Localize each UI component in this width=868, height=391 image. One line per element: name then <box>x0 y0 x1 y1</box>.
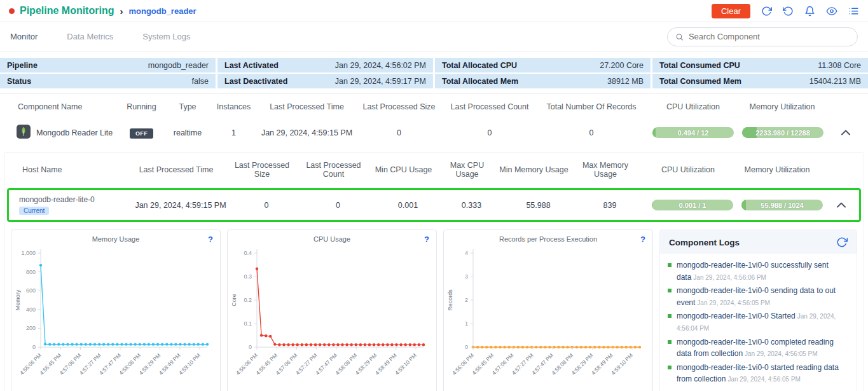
records-chart-card: Records per Process Execution ? 012344:5… <box>443 230 653 391</box>
component-logs-panel: Component Logs mongodb-reader-lite-1vi0-… <box>659 230 857 391</box>
component-logs-title: Component Logs <box>669 238 740 247</box>
min-cpu-cell: 0.001 <box>375 196 441 215</box>
summary-total-allocated-mem: Total Allocated Mem 38912 MB <box>435 74 651 88</box>
cpu-utilization-bar: 0.494 / 12 <box>652 127 734 138</box>
log-text: mongodb-reader-lite-1vi0-0 Started <box>677 312 796 320</box>
log-bullet-icon <box>668 263 672 267</box>
help-icon[interactable]: ? <box>640 235 645 244</box>
max-mem-cell: 839 <box>575 196 645 215</box>
max-cpu-cell: 0.333 <box>441 196 502 215</box>
summary-total-consumed-mem: Total Consumed Mem 15404.213 MB <box>652 74 868 88</box>
host-name-cell: mongodb-reader-lite-0 Current <box>9 190 130 220</box>
search-component-box[interactable] <box>667 27 858 46</box>
bell-icon[interactable] <box>804 6 815 17</box>
svg-text:Core: Core <box>231 294 237 306</box>
pipeline-summary: Pipeline mongodb_reader Last Activated J… <box>0 58 868 88</box>
log-bullet-icon <box>668 366 672 369</box>
host-memory-utilization-bar: 55.988 / 1024 <box>741 200 823 210</box>
svg-text:3: 3 <box>465 273 468 280</box>
log-timestamp: Jan 29, 2024, 4:56:06 PM <box>693 274 766 281</box>
host-last-processed-count-cell: 0 <box>301 196 375 215</box>
svg-text:0.2: 0.2 <box>244 297 252 303</box>
log-item: mongodb-reader-lite-1vi0-0 started readi… <box>668 362 848 385</box>
svg-text:0: 0 <box>32 344 36 350</box>
mongodb-icon <box>17 125 31 141</box>
component-name-cell: Mongodb Reader Lite <box>0 120 118 146</box>
refresh-icon[interactable] <box>761 6 772 17</box>
host-cpu-utilization-cell: 0.001 / 1 <box>645 195 740 216</box>
log-timestamp: Jan 29, 2024, 4:56:05 PM <box>727 376 801 383</box>
svg-text:4:59:10 PM: 4:59:10 PM <box>177 352 202 376</box>
type-cell: realtime <box>165 123 210 142</box>
svg-text:0: 0 <box>249 344 252 350</box>
svg-text:2: 2 <box>465 297 468 303</box>
host-row-selected: mongodb-reader-lite-0 Current Jan 29, 20… <box>7 188 861 222</box>
tab-system-logs[interactable]: System Logs <box>142 32 190 41</box>
svg-text:0: 0 <box>465 344 468 350</box>
summary-total-allocated-cpu: Total Allocated CPU 27.200 Core <box>435 58 651 72</box>
records-per-process-chart: 012344:56:06 PM4:56:45 PM4:57:06 PM4:57:… <box>444 244 652 391</box>
component-table-header: Component Name Running Type Instances La… <box>0 94 868 120</box>
last-processed-count-cell: 0 <box>442 123 537 142</box>
svg-text:800: 800 <box>26 269 36 275</box>
search-input[interactable] <box>689 32 850 41</box>
clear-button[interactable]: Clear <box>712 4 750 18</box>
svg-text:200: 200 <box>26 325 36 331</box>
chart-title: CPU Usage <box>228 235 436 243</box>
host-last-processed-size-cell: 0 <box>231 196 301 215</box>
log-bullet-icon <box>668 289 672 292</box>
tab-bar: Monitor Data Metrics System Logs <box>0 22 868 51</box>
status-dot-icon <box>9 8 15 14</box>
log-item: mongodb-reader-lite-1vi0-0 successfully … <box>668 259 848 283</box>
svg-text:1: 1 <box>465 320 468 327</box>
svg-text:0.1: 0.1 <box>244 320 252 327</box>
breadcrumb-chevron-icon: › <box>120 6 123 17</box>
chart-title: Memory Usage <box>11 235 220 243</box>
summary-total-consumed-cpu: Total Consumed CPU 11.308 Core <box>652 58 868 72</box>
memory-usage-chart: 02004006008001,0004:56:06 PM4:56:45 PM4:… <box>11 244 220 391</box>
log-item: mongodb-reader-lite-1vi0-0 completed rea… <box>668 336 848 360</box>
logs-refresh-icon[interactable] <box>836 237 848 248</box>
component-name: Mongodb Reader Lite <box>36 128 113 137</box>
host-memory-utilization-cell: 55.988 / 1024 <box>740 195 823 216</box>
component-logs-header: Component Logs <box>660 230 857 254</box>
summary-status: Status false <box>0 74 216 88</box>
summary-last-activated: Last Activated Jan 29, 2024, 4:56:02 PM <box>217 58 433 72</box>
charts-row: Memory Usage ? 02004006008001,0004:56:06… <box>4 230 864 391</box>
summary-last-deactivated: Last Deactivated Jan 29, 2024, 4:59:17 P… <box>217 74 433 88</box>
host-table-header: Host Name Last Processed Time Last Proce… <box>4 153 864 187</box>
eye-icon[interactable] <box>826 6 837 17</box>
last-processed-size-cell: 0 <box>356 123 442 142</box>
log-item: mongodb-reader-lite-1vi0-0 StartedJan 29… <box>668 310 848 334</box>
menu-icon[interactable] <box>848 6 859 17</box>
help-icon[interactable]: ? <box>424 235 429 244</box>
svg-text:0.4: 0.4 <box>244 250 252 256</box>
instances-cell: 1 <box>210 123 258 142</box>
memory-utilization-bar: 2233.980 / 12288 <box>742 127 823 138</box>
svg-text:400: 400 <box>26 306 36 313</box>
search-icon <box>675 32 684 41</box>
min-mem-cell: 55.988 <box>502 196 575 215</box>
host-collapse-chevron-icon[interactable] <box>837 202 846 208</box>
svg-text:Memory: Memory <box>15 289 21 310</box>
top-bar: Pipeline Monitoring › mongodb_reader Cle… <box>0 0 868 22</box>
memory-usage-chart-card: Memory Usage ? 02004006008001,0004:56:06… <box>11 230 221 391</box>
last-processed-time-cell: Jan 29, 2024, 4:59:15 PM <box>258 123 356 142</box>
logs-list: mongodb-reader-lite-1vi0-0 successfully … <box>660 254 857 385</box>
host-panel: Host Name Last Processed Time Last Proce… <box>4 152 864 391</box>
svg-text:4:59:10 PM: 4:59:10 PM <box>394 352 418 376</box>
cpu-usage-chart: 00.10.20.30.44:56:06 PM4:56:45 PM4:57:06… <box>228 244 436 391</box>
tab-data-metrics[interactable]: Data Metrics <box>67 32 113 41</box>
svg-text:0.3: 0.3 <box>244 273 252 280</box>
help-icon[interactable]: ? <box>208 235 213 244</box>
page-title: Pipeline Monitoring <box>20 5 114 17</box>
history-icon[interactable] <box>783 6 794 17</box>
running-status-badge[interactable]: OFF <box>130 128 153 139</box>
breadcrumb[interactable]: mongodb_reader <box>128 6 196 16</box>
component-panel: Component Name Running Type Instances La… <box>0 93 868 391</box>
cpu-utilization-cell: 0.494 / 12 <box>645 122 741 143</box>
component-collapse-chevron-icon[interactable] <box>841 130 850 135</box>
host-cpu-utilization-bar: 0.001 / 1 <box>652 200 733 210</box>
log-bullet-icon <box>668 314 672 318</box>
tab-monitor[interactable]: Monitor <box>10 32 38 41</box>
